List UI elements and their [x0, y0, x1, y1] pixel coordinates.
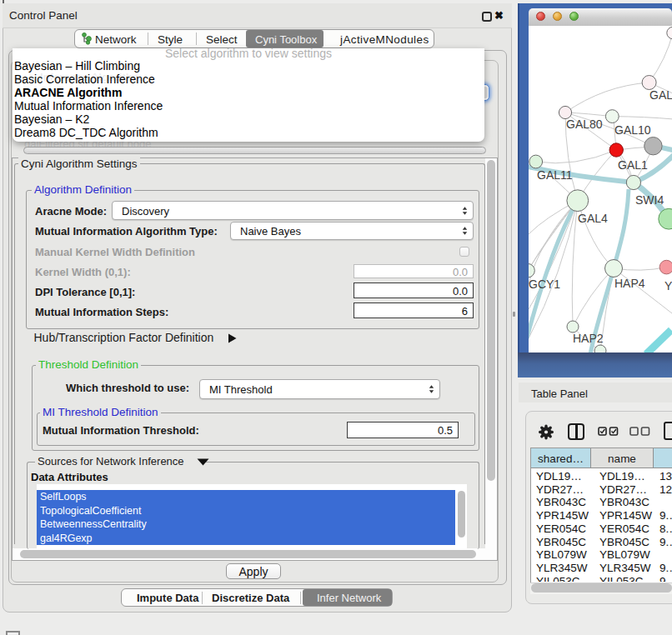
- svg-text:GAL80: GAL80: [566, 118, 603, 131]
- svg-text:SWI4: SWI4: [635, 193, 664, 207]
- svg-text:GAL1: GAL1: [618, 158, 648, 172]
- svg-text:HAP4: HAP4: [614, 277, 645, 290]
- svg-text:GAL10: GAL10: [614, 123, 651, 137]
- svg-text:HAP2: HAP2: [573, 332, 604, 345]
- svg-text:GAL7: GAL7: [649, 88, 672, 102]
- svg-text:GCY1: GCY1: [529, 278, 560, 291]
- svg-text:GAL11: GAL11: [537, 168, 573, 182]
- svg-text:GAL4: GAL4: [578, 212, 608, 225]
- svg-text:YD: YD: [664, 279, 672, 292]
